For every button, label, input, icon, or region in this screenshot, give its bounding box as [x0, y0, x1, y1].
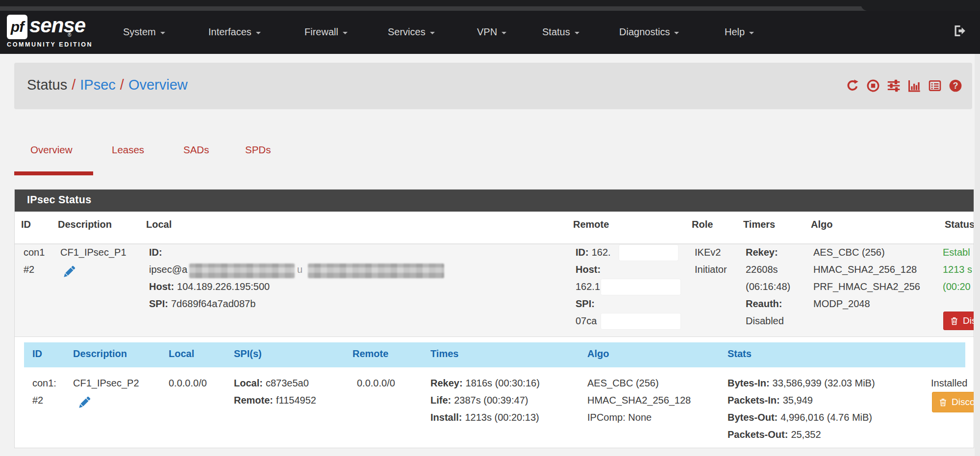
p1-role-line1: IKEv2: [695, 247, 721, 258]
p2-spi-remote-value: f1154952: [276, 395, 316, 406]
help-icon[interactable]: ?: [949, 79, 962, 93]
nav-item-interfaces[interactable]: Interfaces: [208, 25, 261, 39]
caret-down-icon: [256, 32, 261, 34]
p2-spi-local-value: c873e5a0: [266, 378, 309, 388]
trash-icon: [950, 316, 959, 326]
disconnect-button[interactable]: Disco: [932, 392, 974, 412]
p1-status-line2: 1213 s: [943, 264, 972, 275]
p1-id-line1: con1: [24, 247, 45, 258]
p1-remote-id-label: ID:: [576, 247, 589, 258]
p2-install-value: 1213s (00:20:13): [465, 412, 539, 423]
p1-local-spi-value: 7d689f64a7ad087b: [171, 298, 255, 309]
disconnect-button[interactable]: Dis: [943, 312, 974, 330]
p1-remote-spi-label: SPI:: [576, 298, 595, 309]
p2-packets-in-label: Packets-In:: [728, 395, 780, 406]
svg-text:?: ?: [953, 81, 958, 91]
p1-id-line2: #2: [24, 264, 34, 275]
p1-local-id-value: ipsec@a: [149, 264, 187, 275]
redacted-whitebox: [619, 245, 678, 261]
p2-status: Installed: [931, 378, 968, 389]
p1-local-host-value: 104.189.226.195:500: [177, 281, 270, 292]
p1-remote-host-label: Host:: [576, 264, 601, 275]
nav-item-services[interactable]: Services: [388, 25, 435, 39]
pencil-icon[interactable]: [76, 395, 92, 410]
col-header-description: Description: [58, 219, 112, 230]
redacted-blur: [308, 264, 444, 278]
breadcrumb-link-overview[interactable]: Overview: [128, 77, 188, 93]
caret-down-icon: [749, 32, 754, 34]
p2-life-label: Life:: [430, 395, 451, 406]
logo-pf-text: pf: [11, 19, 24, 35]
p1-description: CF1_IPsec_P1: [60, 247, 126, 258]
p1-remote-host-value: 162.1: [576, 281, 600, 292]
tab-sads[interactable]: SADs: [183, 144, 209, 156]
p2-packets-in-value: 35,949: [783, 395, 813, 406]
sliders-icon[interactable]: [887, 79, 901, 93]
p2-packets-out-label: Packets-Out:: [728, 429, 788, 440]
p2-algo-1: AES_CBC (256): [587, 378, 659, 389]
stop-icon[interactable]: [866, 79, 880, 93]
nav-item-status[interactable]: Status: [542, 25, 579, 39]
caret-down-icon: [502, 32, 506, 34]
logo-sense-text: sense: [29, 14, 85, 37]
nav-item-firewall[interactable]: Firewall: [304, 25, 348, 39]
list-alt-icon[interactable]: [928, 79, 942, 93]
child-col-id: ID: [32, 348, 42, 360]
p2-bytes-in-label: Bytes-In:: [728, 378, 770, 388]
sign-out-icon[interactable]: [952, 24, 966, 38]
caret-down-icon: [575, 32, 579, 34]
p2-life-value: 2387s (00:39:47): [454, 395, 528, 406]
breadcrumb-separator: /: [67, 77, 80, 93]
col-header-timers: Timers: [743, 219, 775, 230]
caret-down-icon: [430, 32, 435, 34]
nav-item-system[interactable]: System: [123, 25, 165, 39]
refresh-icon[interactable]: [846, 79, 859, 93]
breadcrumb: Status/IPsec/Overview: [27, 77, 188, 93]
tab-overview[interactable]: Overview: [30, 144, 72, 156]
pfsense-app: pf sense ® COMMUNITY EDITION System Inte…: [0, 0, 980, 456]
child-col-spis: SPI(s): [234, 348, 262, 360]
p1-status-line3: (00:20: [943, 281, 971, 292]
p1-rekey-value: 22608s: [746, 264, 778, 275]
vertical-scrollbar[interactable]: [975, 54, 980, 456]
logo-registered-mark: ®: [68, 32, 71, 38]
p2-packets-out-value: 25,352: [791, 429, 821, 440]
p1-remote-id-value: 162.: [592, 247, 611, 258]
tab-leases[interactable]: Leases: [112, 144, 144, 156]
redacted-whitebox: [601, 313, 680, 329]
p2-id-line1: con1:: [32, 378, 56, 389]
bar-chart-icon[interactable]: [907, 79, 921, 93]
breadcrumb-section: Status: [27, 77, 67, 93]
p2-algo-2: HMAC_SHA2_256_128: [587, 395, 691, 406]
tab-spds[interactable]: SPDs: [245, 144, 271, 156]
p1-reauth-label: Reauth:: [746, 298, 782, 309]
window-chrome-substrip: [0, 6, 980, 11]
p2-id-line2: #2: [32, 395, 43, 406]
nav-item-help[interactable]: Help: [725, 25, 754, 39]
p2-rekey-value: 1816s (00:30:16): [466, 378, 540, 388]
p2-bytes-in-value: 33,586,939 (32.03 MiB): [773, 378, 875, 388]
breadcrumb-bar: Status/IPsec/Overview: [14, 63, 972, 109]
redacted-whitebox: [601, 279, 680, 295]
p2-spi-local-label: Local:: [234, 378, 263, 388]
nav-item-vpn[interactable]: VPN: [477, 25, 506, 39]
child-table-header: [24, 342, 965, 367]
redacted-blur: [189, 264, 295, 278]
pfsense-logo[interactable]: pf: [7, 15, 27, 39]
p2-algo-3: IPComp: None: [587, 412, 652, 423]
p1-rekey-label: Rekey:: [746, 247, 778, 258]
window-chrome-strip: [0, 0, 980, 6]
p1-algo-1: AES_CBC (256): [813, 247, 885, 258]
caret-down-icon: [674, 32, 679, 34]
p1-local-spi-label: SPI:: [149, 298, 168, 309]
breadcrumb-link-ipsec[interactable]: IPsec: [80, 77, 116, 93]
p2-rekey-label: Rekey:: [430, 378, 463, 388]
p2-remote: 0.0.0.0/0: [357, 378, 395, 389]
nav-item-diagnostics[interactable]: Diagnostics: [619, 25, 679, 39]
p1-algo-4: MODP_2048: [813, 298, 870, 310]
p1-status-line1: Establ: [943, 247, 970, 258]
p1-remote-spi-value: 07ca: [576, 315, 597, 327]
col-header-local: Local: [146, 219, 172, 230]
child-col-stats: Stats: [728, 348, 752, 360]
pencil-icon[interactable]: [61, 264, 77, 280]
